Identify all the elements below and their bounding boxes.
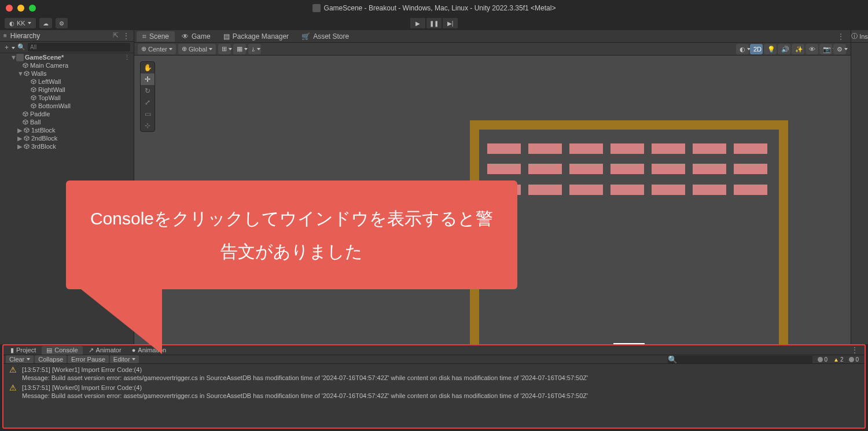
move-tool[interactable]: ✢ [141,73,155,85]
cloud-icon: ☁ [43,20,49,27]
window-traffic-lights[interactable] [6,5,36,12]
pause-icon: ❚❚ [429,20,439,27]
user-icon: ◐ [9,20,14,27]
hierarchy-item-leftwall[interactable]: LeftWall [38,78,61,85]
console-log-entry[interactable]: ⚠ [13:57:51] [Worker1] Import Error Code… [3,365,865,383]
window-title: GameScene - Breakout - Windows, Mac, Lin… [324,4,556,12]
clear-button[interactable]: Clear [6,355,34,363]
hierarchy-header: ≡ Hierarchy ⇱⋮ [0,30,134,42]
search-icon: 🔍 [17,43,25,51]
gear-icon: ⚙ [59,20,64,27]
globe-icon: ⊕ [182,45,187,53]
log-count-toggle[interactable]: 0 [815,356,830,363]
titlebar: GameScene - Breakout - Windows, Mac, Lin… [0,0,868,16]
handle-toggle[interactable]: ⊕Global [178,44,216,54]
cube-icon [22,62,29,69]
scene-tabs: ⌗Scene 👁Game ▤Package Manager 🛒Asset Sto… [134,30,851,43]
gizmos-button[interactable]: ⚙ [833,44,846,54]
console-panel: ▮Project ▤Console ↗Animator ●Animation ⋮… [2,344,866,429]
scene-toolbar: ⊕Center ⊕Global ⊞ ▦ ⫰ ◐ 2D 💡 🔊 ✨ 👁 📷 ⚙ [134,43,851,56]
error-pause-toggle[interactable]: Error Pause [68,355,109,363]
rect-tool[interactable]: ▭ [141,108,155,120]
hand-tool[interactable]: ✋ [141,62,155,73]
hierarchy-item-bottomwall[interactable]: BottomWall [38,102,71,109]
tab-scene[interactable]: ⌗Scene [137,31,175,42]
step-button[interactable]: ▶| [443,18,458,28]
console-log-list[interactable]: ⚠ [13:57:51] [Worker1] Import Error Code… [3,364,865,401]
rotate-tool[interactable]: ↻ [141,85,155,97]
play-icon: ▶ [415,20,420,27]
cloud-button[interactable]: ☁ [39,18,52,28]
inspector-panel: ⓘIns [851,30,868,344]
panel-menu-icon[interactable]: ⋮ [122,31,130,40]
log-icon [818,357,823,362]
pause-button[interactable]: ❚❚ [426,18,442,28]
game-scene-render [470,120,788,344]
warning-icon: ▲ [833,356,839,363]
2d-toggle[interactable]: 2D [750,44,763,54]
hierarchy-item-main-camera[interactable]: Main Camera [30,62,68,69]
scene-menu-icon[interactable]: ⋮ [124,54,130,61]
annotation-callout-tail [75,285,162,354]
tab-project[interactable]: ▮Project [6,346,41,355]
scale-tool[interactable]: ⤢ [141,97,155,108]
cube-icon [30,94,37,101]
editor-filter-button[interactable]: Editor [110,355,139,363]
console-log-entry[interactable]: ⚠ [13:57:51] [Worker0] Import Error Code… [3,383,865,401]
tab-asset-store[interactable]: 🛒Asset Store [296,31,355,42]
visibility-toggle[interactable]: 👁 [806,44,818,54]
error-count-toggle[interactable]: 0 [847,356,861,363]
scene-icon: ⌗ [142,32,146,40]
inspector-header[interactable]: ⓘIns [851,30,868,43]
hierarchy-item-rightwall[interactable]: RightWall [38,86,65,93]
console-toolbar: Clear Collapse Error Pause Editor 0 ▲2 0 [3,355,865,364]
account-button[interactable]: ◐ KK [5,18,36,28]
close-window-icon[interactable] [6,5,13,12]
draw-mode-button[interactable]: ◐ [736,44,749,54]
hierarchy-toolbar: ＋ 🔍 [0,42,134,53]
panel-menu-icon[interactable]: ⋮ [851,345,859,355]
cube-icon [23,127,30,134]
hierarchy-item-paddle[interactable]: Paddle [30,110,50,117]
panel-menu-icon[interactable]: ⋮ [837,32,845,41]
warn-count-toggle[interactable]: ▲2 [831,356,845,363]
hierarchy-search-input[interactable] [28,43,130,51]
panel-link-icon[interactable]: ⇱ [113,31,119,40]
transform-tool[interactable]: ⊹ [141,120,155,131]
hierarchy-item-1stblock[interactable]: 1stBlock [31,127,56,134]
scene-node[interactable]: GameScene* [25,54,64,61]
log-line: [13:57:51] [Worker0] Import Error Code:(… [22,384,588,392]
hierarchy-item-2ndblock[interactable]: 2ndBlock [31,135,57,142]
play-controls: ▶ ❚❚ ▶| [410,18,458,28]
snap-inc-button[interactable]: ⫰ [248,44,261,54]
pivot-toggle[interactable]: ⊕Center [138,44,176,54]
lighting-toggle[interactable]: 💡 [764,44,777,54]
console-search-input[interactable] [668,356,812,363]
collapse-toggle[interactable]: Collapse [35,355,67,363]
snap-button[interactable]: ▦ [233,44,246,54]
game-icon: 👁 [182,32,189,40]
cube-icon [23,143,30,150]
info-icon: ⓘ [851,32,858,40]
tab-game[interactable]: 👁Game [176,31,216,42]
account-label: KK [17,20,25,27]
play-button[interactable]: ▶ [410,18,425,28]
grid-button[interactable]: ⊞ [218,44,231,54]
hierarchy-item-ball[interactable]: Ball [30,119,41,126]
hierarchy-item-3rdblock[interactable]: 3rdBlock [31,143,56,150]
hierarchy-item-topwall[interactable]: TopWall [38,94,61,101]
maximize-window-icon[interactable] [29,5,36,12]
fx-toggle[interactable]: ✨ [792,44,804,54]
settings-button[interactable]: ⚙ [56,18,68,28]
hierarchy-title: Hierarchy [10,32,40,40]
log-line: [13:57:51] [Worker1] Import Error Code:(… [22,366,588,374]
minimize-window-icon[interactable] [17,5,24,12]
camera-button[interactable]: 📷 [819,44,832,54]
add-button[interactable]: ＋ [3,43,15,51]
transform-tools: ✋ ✢ ↻ ⤢ ▭ ⊹ [140,61,155,132]
audio-toggle[interactable]: 🔊 [778,44,790,54]
log-line: Message: Build asset version error: asse… [22,392,588,400]
hierarchy-icon: ≡ [3,32,7,39]
tab-package-manager[interactable]: ▤Package Manager [218,31,295,42]
hierarchy-item-walls[interactable]: Walls [31,70,46,77]
